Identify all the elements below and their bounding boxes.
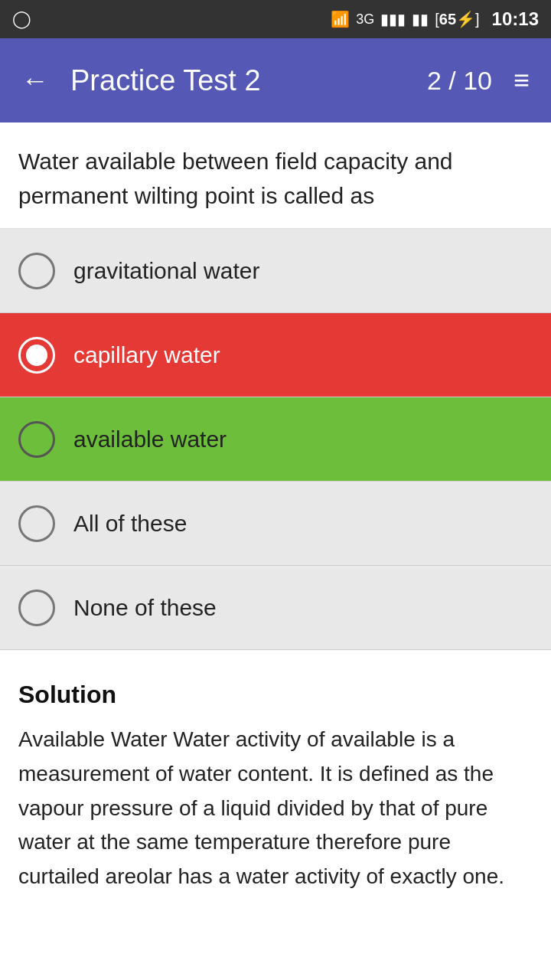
solution-text: Available Water Water activity of availa…	[18, 723, 533, 894]
status-bar-left: ◯	[12, 9, 31, 29]
back-button[interactable]: ←	[15, 58, 55, 103]
solution-section: Solution Available Water Water activity …	[0, 659, 551, 919]
radio-inner-capillary	[26, 345, 47, 366]
battery-level: 65	[439, 11, 456, 28]
app-bar: ← Practice Test 2 2 / 10 ≡	[0, 38, 551, 122]
clock: 10:13	[492, 8, 539, 30]
options-list: gravitational water capillary water avai…	[0, 229, 551, 650]
radio-all	[18, 505, 55, 542]
option-gravitational-water[interactable]: gravitational water	[0, 229, 551, 313]
status-bar: ◯ 📶 3G ▮▮▮ ▮▮ [65⚡] 10:13	[0, 0, 551, 38]
android-icon: ◯	[12, 9, 31, 29]
option-available-water[interactable]: available water	[0, 397, 551, 482]
wifi-icon: 📶	[331, 10, 350, 28]
battery-icon: [65⚡]	[435, 10, 479, 28]
signal-bars2-icon: ▮▮	[412, 10, 429, 28]
status-bar-right: 📶 3G ▮▮▮ ▮▮ [65⚡] 10:13	[331, 8, 539, 30]
question-section: Water available between field capacity a…	[0, 122, 551, 229]
radio-gravitational	[18, 253, 55, 289]
option-all-of-these[interactable]: All of these	[0, 482, 551, 566]
menu-button[interactable]: ≡	[507, 58, 536, 103]
radio-capillary	[18, 337, 55, 374]
radio-available	[18, 421, 55, 458]
question-text: Water available between field capacity a…	[18, 144, 533, 213]
option-capillary-water[interactable]: capillary water	[0, 313, 551, 397]
progress-indicator: 2 / 10	[427, 66, 492, 96]
radio-none	[18, 590, 55, 626]
option-none-of-these[interactable]: None of these	[0, 566, 551, 650]
option-label-gravitational: gravitational water	[73, 258, 259, 284]
solution-title: Solution	[18, 681, 533, 709]
option-label-none: None of these	[73, 595, 217, 621]
option-label-all: All of these	[73, 511, 187, 537]
signal-bars-icon: ▮▮▮	[380, 10, 406, 28]
signal-3g-icon: 3G	[356, 11, 374, 28]
option-label-capillary: capillary water	[73, 342, 220, 368]
option-label-available: available water	[73, 426, 227, 452]
app-title: Practice Test 2	[70, 64, 412, 97]
